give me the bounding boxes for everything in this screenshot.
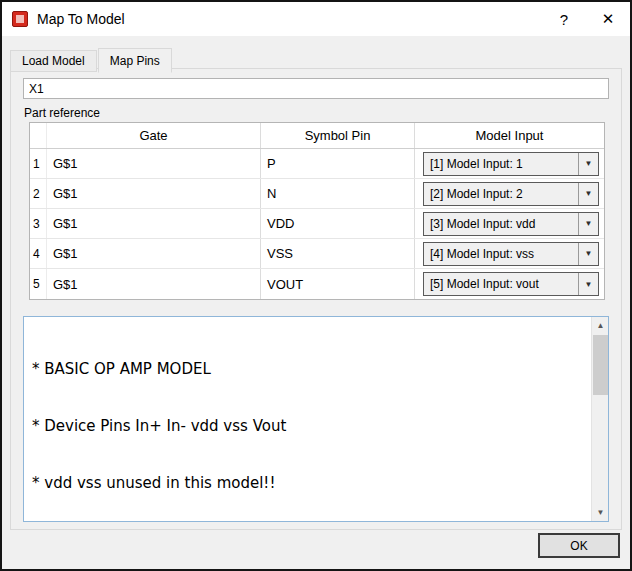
chevron-down-icon[interactable]: ▼ <box>578 213 598 235</box>
model-input-cell: [1] Model Input: 1 ▼ <box>415 149 604 178</box>
row-number: 3 <box>30 209 47 238</box>
model-text-content: * BASIC OP AMP MODEL * Device Pins In+ I… <box>24 317 591 521</box>
table-row: 5 G$1 VOUT [5] Model Input: vout ▼ <box>30 269 604 299</box>
model-text-viewer[interactable]: * BASIC OP AMP MODEL * Device Pins In+ I… <box>23 316 609 522</box>
model-input-select[interactable]: [4] Model Input: vss ▼ <box>423 242 599 266</box>
model-input-value: [5] Model Input: vout <box>424 277 578 291</box>
model-input-value: [2] Model Input: 2 <box>424 187 578 201</box>
row-number: 1 <box>30 149 47 178</box>
pin-mapping-table: Gate Symbol Pin Model Input 1 G$1 P [1] … <box>29 122 605 300</box>
tab-load-model[interactable]: Load Model <box>10 50 97 72</box>
ok-button[interactable]: OK <box>538 533 620 558</box>
model-text-line: * BASIC OP AMP MODEL <box>32 360 583 379</box>
row-number: 2 <box>30 179 47 208</box>
symbol-pin-cell: P <box>261 149 415 178</box>
header-row-number <box>30 123 47 148</box>
gate-cell: G$1 <box>47 179 261 208</box>
model-text-line: * vdd vss unused in this model!! <box>32 474 583 493</box>
tab-strip: Load Model Map Pins <box>10 47 173 72</box>
model-input-cell: [5] Model Input: vout ▼ <box>415 269 604 299</box>
scroll-up-icon[interactable]: ▲ <box>592 317 609 334</box>
gate-cell: G$1 <box>47 239 261 268</box>
gate-cell: G$1 <box>47 149 261 178</box>
gate-cell: G$1 <box>47 209 261 238</box>
model-input-cell: [3] Model Input: vdd ▼ <box>415 209 604 238</box>
app-icon <box>12 11 28 27</box>
part-reference-input[interactable] <box>23 78 609 99</box>
chevron-down-icon[interactable]: ▼ <box>578 243 598 265</box>
chevron-down-icon[interactable]: ▼ <box>578 153 598 175</box>
model-input-value: [4] Model Input: vss <box>424 247 578 261</box>
vertical-scrollbar[interactable]: ▲ ▼ <box>591 317 608 521</box>
model-input-select[interactable]: [3] Model Input: vdd ▼ <box>423 212 599 236</box>
symbol-pin-cell: N <box>261 179 415 208</box>
row-number: 5 <box>30 269 47 299</box>
tab-map-pins[interactable]: Map Pins <box>98 48 172 73</box>
model-input-value: [1] Model Input: 1 <box>424 157 578 171</box>
table-row: 4 G$1 VSS [4] Model Input: vss ▼ <box>30 239 604 269</box>
window-title: Map To Model <box>37 11 125 27</box>
model-input-select[interactable]: [2] Model Input: 2 ▼ <box>423 182 599 206</box>
row-number: 4 <box>30 239 47 268</box>
header-symbol-pin: Symbol Pin <box>261 123 415 148</box>
table-header-row: Gate Symbol Pin Model Input <box>30 123 604 149</box>
header-gate: Gate <box>47 123 261 148</box>
map-pins-panel: Part reference Gate Symbol Pin Model Inp… <box>10 68 622 530</box>
part-reference-label: Part reference <box>24 106 100 120</box>
help-button[interactable]: ? <box>542 2 586 36</box>
close-button[interactable]: ✕ <box>586 2 630 36</box>
model-text-line: * Device Pins In+ In- vdd vss Vout <box>32 417 583 436</box>
chevron-down-icon[interactable]: ▼ <box>578 273 598 295</box>
scroll-down-icon[interactable]: ▼ <box>592 504 609 521</box>
header-model-input: Model Input <box>415 123 604 148</box>
gate-cell: G$1 <box>47 269 261 299</box>
model-input-select[interactable]: [1] Model Input: 1 ▼ <box>423 152 599 176</box>
model-input-select[interactable]: [5] Model Input: vout ▼ <box>423 272 599 296</box>
map-to-model-dialog: Map To Model ? ✕ Load Model Map Pins Par… <box>0 0 632 571</box>
scrollbar-thumb[interactable] <box>593 335 608 395</box>
title-bar[interactable]: Map To Model ? ✕ <box>2 2 630 36</box>
chevron-down-icon[interactable]: ▼ <box>578 183 598 205</box>
table-row: 2 G$1 N [2] Model Input: 2 ▼ <box>30 179 604 209</box>
table-row: 1 G$1 P [1] Model Input: 1 ▼ <box>30 149 604 179</box>
model-input-cell: [2] Model Input: 2 ▼ <box>415 179 604 208</box>
table-row: 3 G$1 VDD [3] Model Input: vdd ▼ <box>30 209 604 239</box>
symbol-pin-cell: VOUT <box>261 269 415 299</box>
model-input-cell: [4] Model Input: vss ▼ <box>415 239 604 268</box>
model-input-value: [3] Model Input: vdd <box>424 217 578 231</box>
symbol-pin-cell: VDD <box>261 209 415 238</box>
symbol-pin-cell: VSS <box>261 239 415 268</box>
